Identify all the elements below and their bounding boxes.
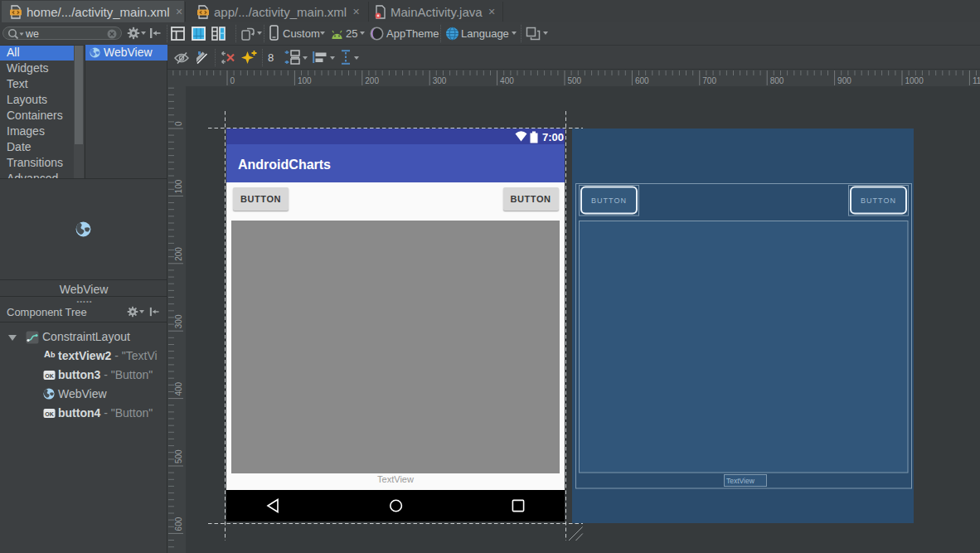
svg-text:BUTTON: BUTTON (861, 196, 896, 205)
svg-text:OK: OK (45, 411, 54, 417)
svg-text:TextView: TextView (726, 477, 755, 485)
svg-text:OK: OK (45, 373, 54, 379)
svg-text:BUTTON: BUTTON (591, 196, 627, 205)
